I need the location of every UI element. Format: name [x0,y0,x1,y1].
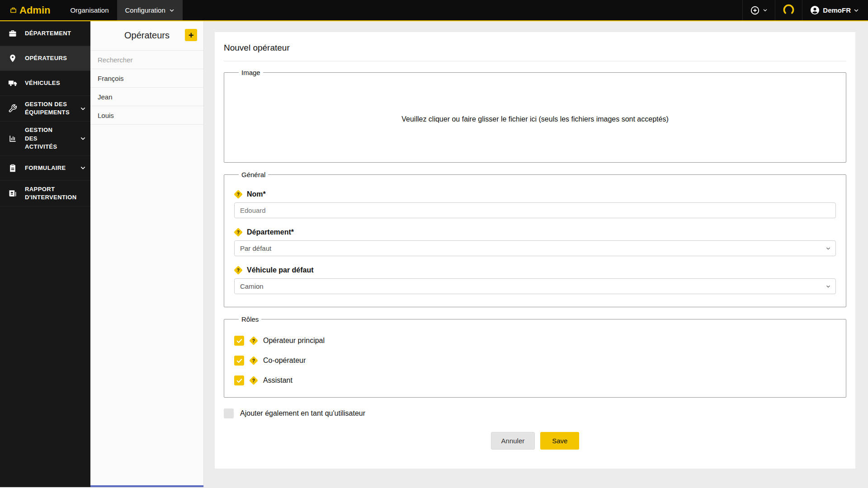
role-checkbox[interactable] [234,375,244,385]
departement-select[interactable]: Par défaut [234,240,836,256]
list-item-operator[interactable]: Jean [90,88,203,106]
help-icon[interactable]: ? [249,376,258,385]
field-label-departement: ? Département* [234,228,836,236]
role-checkbox[interactable] [234,336,244,346]
help-icon[interactable]: ? [234,190,243,199]
report-icon [8,189,19,198]
image-legend: Image [239,69,263,76]
field-nom: ? Nom* [234,190,836,218]
app-logo[interactable]: Admin [0,0,62,20]
menu-item-label: Configuration [125,6,165,14]
field-label-nom: ? Nom* [234,190,836,198]
map-pin-icon [8,54,19,63]
field-label-text: Véhicule par défaut [247,266,314,274]
search-row [90,50,203,69]
operator-name: Jean [98,93,113,101]
add-as-user-checkbox[interactable] [224,408,234,418]
vehicule-select[interactable]: Camion [234,278,836,294]
briefcase-icon [8,29,19,38]
main-content: Nouvel opérateur Image Veuillez cliquer … [204,21,868,487]
sidebar-item-departement[interactable]: DÉPARTEMENT [0,21,90,46]
sidebar-item-operateurs[interactable]: OPÉRATEURS [0,46,90,71]
field-label-vehicule: ? Véhicule par défaut [234,266,836,274]
field-label-text: Nom* [247,190,266,198]
departement-select-wrap: Par défaut [234,240,836,256]
help-icon[interactable]: ? [234,228,243,237]
page-title: Nouvel opérateur [224,43,846,61]
gauge-icon[interactable] [775,0,802,20]
operators-panel: Opérateurs + François Jean Louis [90,21,204,487]
chevron-down-icon [854,8,859,13]
role-label: Co-opérateur [263,357,306,365]
sidebar-item-label: DÉPARTEMENT [25,29,71,38]
add-operator-button[interactable]: + [185,29,197,41]
horizontal-scrollbar[interactable] [90,485,203,487]
sidebar-item-rapport-intervention[interactable]: RAPPORT D'INTERVENTION [0,181,90,206]
sidebar-item-label: GESTION DES ÉQUIPEMENTS [25,100,77,117]
sidebar-item-label: GESTION DES ACTIVITÉS [25,126,64,151]
operator-name: François [98,75,124,82]
vehicule-select-wrap: Camion [234,278,836,294]
chevron-down-icon [77,106,86,112]
role-label: Opérateur principal [263,337,325,345]
plus-circle-icon [750,5,760,15]
help-icon[interactable]: ? [249,356,258,365]
user-menu[interactable]: DemoFR [802,0,868,20]
add-as-user-label: Ajouter également en tant qu'utilisateur [240,409,365,418]
field-departement: ? Département* Par défaut [234,228,836,256]
sidebar-item-gestion-equipements[interactable]: GESTION DES ÉQUIPEMENTS [0,96,90,122]
sidebar-item-formulaire[interactable]: FORMULAIRE [0,156,90,181]
field-label-text: Département* [247,228,294,236]
truck-icon [8,78,19,88]
image-section: Image Veuillez cliquer ou faire glisser … [224,69,846,163]
topbar: Admin Organisation Configuration [0,0,868,21]
sidebar-item-label: OPÉRATEURS [25,54,67,62]
role-row-co-operateur: ? Co-opérateur [234,356,836,366]
cancel-button[interactable]: Annuler [491,432,535,450]
menu-item-organisation[interactable]: Organisation [62,0,117,20]
sidebar: DÉPARTEMENT OPÉRATEURS VÉHICULES GESTION… [0,21,90,487]
sidebar-item-gestion-activites[interactable]: GESTION DES ACTIVITÉS [0,122,90,156]
image-dropzone[interactable]: Veuillez cliquer ou faire glisser le fic… [234,84,836,155]
role-row-operateur-principal: ? Opérateur principal [234,336,836,346]
list-item-operator[interactable]: Louis [90,106,203,125]
menu-item-configuration[interactable]: Configuration [117,0,183,20]
operator-name: Louis [98,112,114,119]
chevron-down-icon [169,8,175,13]
user-name: DemoFR [823,6,851,14]
bar-chart-icon [8,134,19,143]
nom-input[interactable] [234,202,836,218]
wrench-icon [8,104,19,113]
app-logo-text: Admin [19,5,50,16]
role-checkbox[interactable] [234,356,244,366]
sidebar-item-label: FORMULAIRE [25,164,66,172]
help-icon[interactable]: ? [234,266,243,275]
panel-header: Opérateurs + [90,21,203,50]
clipboard-icon [8,164,19,173]
search-input[interactable] [90,51,203,69]
sidebar-item-label: VÉHICULES [25,79,60,87]
roles-section: Rôles ? Opérateur principal ? Co-opérate… [224,315,846,398]
operator-form-card: Nouvel opérateur Image Veuillez cliquer … [215,32,855,469]
chevron-down-icon [763,8,768,13]
add-menu-button[interactable] [742,0,775,20]
save-button[interactable]: Save [540,432,579,450]
help-icon[interactable]: ? [249,336,258,345]
menu-item-label: Organisation [70,6,108,14]
roles-legend: Rôles [239,315,261,323]
general-legend: Général [239,171,268,178]
dropzone-text: Veuillez cliquer ou faire glisser le fic… [401,115,668,123]
app-logo-icon [10,7,17,14]
form-actions: Annuler Save [224,432,846,450]
sidebar-item-vehicules[interactable]: VÉHICULES [0,71,90,96]
role-row-assistant: ? Assistant [234,375,836,385]
list-item-operator[interactable]: François [90,69,203,88]
field-vehicule: ? Véhicule par défaut Camion [234,266,836,294]
topbar-right: DemoFR [742,0,868,20]
sidebar-item-label: RAPPORT D'INTERVENTION [25,185,86,202]
add-as-user-row: Ajouter également en tant qu'utilisateur [224,408,846,418]
chevron-down-icon [77,136,86,141]
top-menu: Organisation Configuration [62,0,182,20]
general-section: Général ? Nom* ? Département* [224,171,846,307]
user-avatar-icon [810,5,820,15]
